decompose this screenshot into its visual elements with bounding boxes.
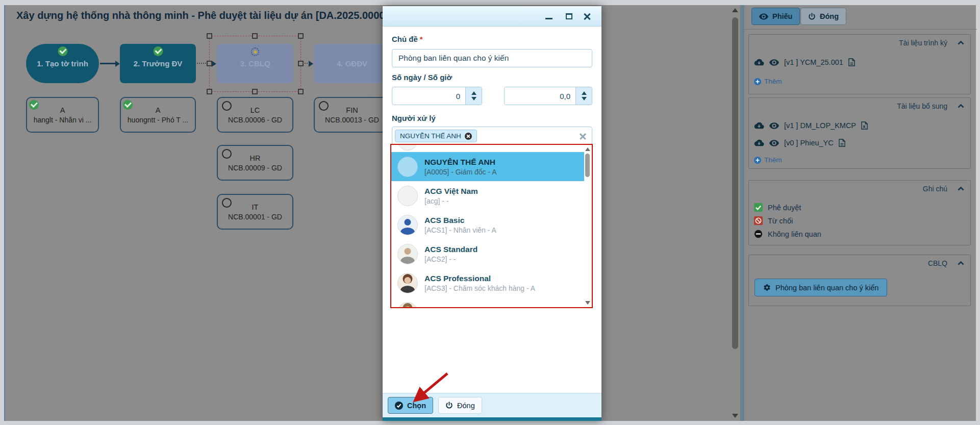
assignee-detail: NCB.00013 - GD [325, 116, 379, 124]
chu-de-input[interactable]: Phòng ban liên quan cho ý kiến [392, 49, 592, 67]
eye-icon[interactable] [769, 122, 779, 129]
eye-icon[interactable] [769, 59, 779, 66]
legend-item: Từ chối [754, 216, 793, 225]
assignee-code: A [60, 106, 65, 114]
dropdown-scrollbar[interactable] [584, 145, 592, 307]
step-down-icon[interactable] [582, 97, 587, 101]
avatar [397, 244, 418, 264]
doc-name[interactable]: DM_LOP_KMCP [800, 121, 856, 130]
list-item-partial[interactable]: [A0001] - Nhân viên - A [391, 145, 592, 152]
list-item-user[interactable]: ACG Việt Nam[acg] - - [391, 181, 584, 210]
resize-handle[interactable] [252, 89, 258, 94]
required-mark: * [420, 35, 423, 43]
check-badge-icon [153, 46, 163, 56]
scroll-down-icon[interactable] [732, 414, 738, 418]
doc-name[interactable]: YCM_25.001 [800, 58, 843, 66]
scroll-up-icon[interactable] [732, 8, 738, 12]
plus-circle-icon [754, 157, 761, 164]
scrollbar-thumb[interactable] [732, 17, 738, 349]
avatar [397, 157, 418, 177]
legend-item: Không liên quan [754, 230, 821, 238]
assignee-code: HR [250, 154, 261, 162]
assignee-detail: NCB.00009 - GD [228, 164, 282, 172]
phieu-button[interactable]: Phiếu [751, 8, 800, 25]
chevron-up-icon[interactable] [958, 104, 964, 108]
nguoi-xu-ly-select[interactable]: NGUYỄN THẾ ANH [392, 127, 592, 145]
pdf-file-icon[interactable] [848, 58, 855, 66]
so-gio-value[interactable]: 0,0 [505, 87, 575, 105]
section-tai-lieu-trinh-ky: Tài liệu trình ký [v1 ] YCM_25.001 Thêm [748, 34, 971, 94]
scrollbar-thumb[interactable] [585, 154, 590, 177]
section-title: CBLQ [928, 259, 947, 267]
legend-label: Phê duyệt [768, 204, 801, 212]
so-gio-stepper[interactable]: 0,0 [504, 87, 592, 105]
chevron-up-icon[interactable] [958, 261, 964, 265]
dong-label: Đóng [820, 12, 839, 20]
check-badge-icon [58, 46, 67, 56]
cloud-download-icon[interactable] [754, 59, 764, 66]
so-ngay-value[interactable]: 0 [392, 87, 465, 105]
list-item-user[interactable]: ACS Professional[ACS3] - Chăm sóc khách … [391, 268, 584, 297]
main-scrollbar[interactable] [732, 5, 739, 421]
assignee-box[interactable]: A hanglt - Nhân vi ... [26, 97, 99, 133]
doc-name[interactable]: Phieu_YC [800, 139, 833, 147]
resize-handle[interactable] [298, 33, 304, 39]
assignee-box[interactable]: LC NCB.00006 - GD [217, 97, 293, 133]
step-down-icon[interactable] [471, 97, 476, 101]
assignee-box[interactable]: FIN NCB.00013 - GD [314, 97, 390, 133]
resize-handle[interactable] [252, 33, 258, 39]
assignee-detail: NCB.00006 - GD [228, 116, 282, 124]
resize-handle[interactable] [207, 33, 212, 39]
connector-line [100, 63, 115, 64]
list-item-user[interactable]: NGUYỄN THẾ ANH[A0005] - Giám đốc - A [391, 152, 584, 181]
so-ngay-stepper[interactable]: 0 [392, 87, 482, 105]
chevron-up-icon[interactable] [958, 41, 964, 45]
step-up-icon[interactable] [582, 91, 587, 95]
dong-label: Đóng [457, 402, 475, 410]
cloud-download-icon[interactable] [754, 122, 764, 129]
list-item-user[interactable]: ACS Enterprise [391, 297, 584, 308]
scroll-down-icon[interactable] [585, 301, 590, 305]
selected-user-tag[interactable]: NGUYỄN THẾ ANH [395, 130, 477, 142]
workflow-step-tao-to-trinh[interactable]: 1. Tạo tờ trình [26, 44, 99, 83]
assignee-box[interactable]: A huongntt - Phó T ... [120, 97, 196, 133]
eye-icon[interactable] [769, 140, 779, 146]
list-item-user[interactable]: ACS Basic[ACS1] - Nhân viên - A [391, 210, 584, 239]
step-up-icon[interactable] [471, 91, 476, 95]
list-item-user[interactable]: ACS Standard[ACS2] - - [391, 239, 584, 268]
phong-ban-lien-quan-button[interactable]: Phòng ban liên quan cho ý kiến [755, 279, 887, 296]
dong-button[interactable]: Đóng [438, 397, 482, 414]
page-title: Xây dựng hệ thống nhà thông minh - Phê d… [16, 10, 385, 21]
dong-button-sidebar[interactable]: Đóng [800, 8, 846, 25]
chon-button[interactable]: Chọn [388, 397, 433, 414]
document-row: [v0 ] Phieu_YC [754, 139, 845, 147]
workflow-step-gddv[interactable]: 4. GĐĐV [314, 44, 390, 83]
clear-select-icon[interactable] [579, 132, 587, 140]
check-badge-icon [123, 100, 133, 110]
user-subtitle: [acg] - - [424, 197, 478, 205]
section-title: Ghi chú [923, 185, 947, 193]
pdf-file-icon[interactable] [839, 139, 845, 147]
resize-handle[interactable] [207, 61, 212, 66]
workflow-step-truong-dv[interactable]: 2. Trưởng ĐV [120, 44, 196, 83]
stepper-arrows[interactable] [575, 87, 592, 105]
scroll-up-icon[interactable] [585, 147, 590, 151]
cloud-download-icon[interactable] [754, 139, 764, 146]
remove-tag-icon[interactable] [465, 133, 472, 140]
assignee-box[interactable]: IT NCB.00001 - GD [217, 194, 293, 230]
maximize-icon[interactable] [564, 12, 573, 21]
resize-handle[interactable] [298, 89, 304, 94]
assignee-box[interactable]: HR NCB.00009 - GD [217, 145, 293, 181]
resize-handle[interactable] [207, 89, 212, 94]
them-link[interactable]: Thêm [754, 156, 782, 164]
chevron-up-icon[interactable] [958, 187, 964, 191]
minimize-icon[interactable] [544, 12, 554, 21]
them-link[interactable]: Thêm [754, 78, 782, 85]
doc-version: [v1 ] [784, 121, 798, 130]
reject-slash-icon [754, 216, 763, 225]
power-icon [808, 13, 816, 20]
close-icon[interactable] [583, 12, 592, 21]
divider-line [744, 29, 977, 30]
stepper-arrows[interactable] [465, 87, 482, 105]
excel-file-icon[interactable] [861, 121, 868, 130]
